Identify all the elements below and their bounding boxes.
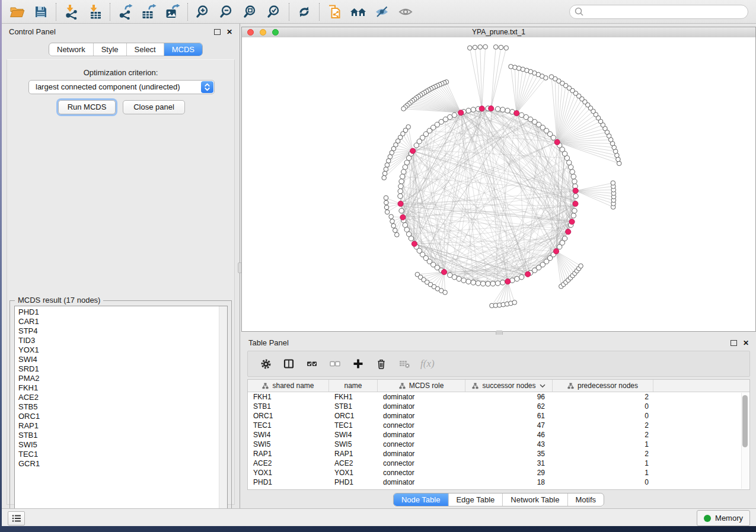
satellite-node[interactable] — [384, 205, 389, 210]
satellite-node[interactable] — [443, 290, 448, 295]
satellite-node[interactable] — [499, 45, 503, 50]
export-image-icon[interactable] — [161, 2, 184, 22]
tab-network-table[interactable]: Network Table — [502, 493, 567, 506]
duplicate-network-icon[interactable] — [323, 2, 346, 22]
mcds-result-item[interactable]: CAR1 — [15, 317, 227, 326]
delete-columns-trash-icon[interactable] — [374, 357, 388, 371]
dominator-node[interactable] — [573, 201, 578, 206]
window-close-traffic-light[interactable] — [247, 29, 254, 36]
dominator-node[interactable] — [489, 105, 494, 111]
satellite-node[interactable] — [394, 232, 399, 237]
dominator-node[interactable] — [569, 219, 575, 225]
network-node[interactable] — [570, 169, 575, 174]
network-node[interactable] — [505, 108, 510, 113]
satellite-node[interactable] — [385, 163, 390, 168]
table-row[interactable]: STB1STB1dominator620 — [248, 402, 749, 411]
satellite-node[interactable] — [389, 214, 394, 219]
result-list-scrollbar[interactable] — [219, 306, 227, 517]
close-panel-icon[interactable]: ✕ — [743, 339, 749, 347]
satellite-node[interactable] — [509, 65, 513, 69]
network-node[interactable] — [562, 236, 567, 241]
mcds-result-item[interactable]: YOX1 — [15, 345, 227, 355]
network-node[interactable] — [398, 184, 403, 188]
deselect-all-rows-icon[interactable] — [328, 357, 342, 371]
satellite-node[interactable] — [391, 223, 396, 228]
criterion-dropdown[interactable]: largest connected component (undirected) — [28, 80, 215, 94]
satellite-node[interactable] — [384, 167, 388, 172]
satellite-node[interactable] — [549, 75, 554, 79]
dominator-node[interactable] — [458, 110, 464, 116]
table-row[interactable]: SWI4SWI4dominator462 — [248, 430, 749, 440]
window-minimize-traffic-light[interactable] — [260, 29, 266, 36]
mcds-result-item[interactable]: TID3 — [15, 336, 227, 345]
network-node[interactable] — [572, 209, 577, 213]
tab-motifs[interactable]: Motifs — [567, 493, 604, 506]
network-node[interactable] — [572, 179, 577, 184]
float-panel-icon[interactable] — [731, 340, 737, 346]
tab-select[interactable]: Select — [126, 43, 164, 56]
network-node[interactable] — [399, 179, 404, 184]
network-node[interactable] — [400, 174, 405, 179]
network-node[interactable] — [573, 194, 578, 198]
satellite-node[interactable] — [401, 107, 406, 111]
satellite-node[interactable] — [483, 44, 488, 49]
column-header-predecessor-nodes[interactable]: predecessor nodes — [553, 380, 653, 392]
hide-panels-eye-icon[interactable] — [370, 2, 394, 22]
satellite-node[interactable] — [493, 45, 498, 50]
table-row[interactable]: ORC1ORC1dominator610 — [248, 411, 749, 421]
satellite-node[interactable] — [473, 45, 477, 50]
mcds-result-item[interactable]: SWI5 — [15, 440, 227, 450]
network-node[interactable] — [457, 276, 461, 281]
zoom-in-icon[interactable] — [191, 2, 215, 22]
network-node[interactable] — [500, 107, 505, 112]
network-node[interactable] — [571, 213, 576, 218]
satellite-node[interactable] — [512, 300, 517, 305]
network-node[interactable] — [466, 108, 471, 113]
network-node[interactable] — [476, 281, 480, 286]
mcds-result-item[interactable]: STB5 — [15, 402, 227, 412]
satellite-node[interactable] — [513, 65, 518, 70]
close-panel-button[interactable]: Close panel — [123, 100, 185, 114]
satellite-node[interactable] — [467, 46, 472, 50]
satellite-node[interactable] — [382, 171, 387, 176]
import-table-icon[interactable] — [83, 2, 107, 22]
network-node[interactable] — [466, 279, 471, 284]
network-node[interactable] — [471, 107, 476, 112]
mcds-result-item[interactable]: GCR1 — [15, 459, 227, 469]
table-settings-gear-icon[interactable] — [259, 357, 273, 371]
import-network-icon[interactable] — [59, 2, 83, 22]
mcds-result-item[interactable]: ACE2 — [15, 393, 227, 402]
dominator-node[interactable] — [505, 279, 511, 284]
satellite-node[interactable] — [390, 219, 395, 224]
mcds-result-item[interactable]: FKH1 — [15, 383, 227, 393]
network-node[interactable] — [414, 143, 419, 148]
dominator-node[interactable] — [554, 139, 560, 145]
zoom-out-icon[interactable] — [215, 2, 238, 22]
dominator-node[interactable] — [400, 214, 406, 220]
tab-mcds[interactable]: MCDS — [164, 43, 202, 56]
dominator-node[interactable] — [410, 148, 416, 153]
memory-button[interactable]: Memory — [697, 510, 750, 526]
window-maximize-traffic-light[interactable] — [272, 29, 279, 36]
mcds-result-item[interactable]: SWI4 — [15, 355, 227, 364]
table-row[interactable]: RAP1RAP1dominator352 — [248, 449, 749, 459]
search-field[interactable] — [569, 5, 748, 19]
table-row[interactable]: ACE2ACE2connector311 — [248, 459, 749, 468]
zoom-fit-icon[interactable] — [238, 2, 262, 22]
network-node[interactable] — [490, 281, 495, 286]
satellite-node[interactable] — [393, 228, 398, 233]
mcds-result-list[interactable]: PHD1CAR1STP4TID3YOX1SWI4SRD1PMA2FKH1ACE2… — [14, 306, 228, 518]
table-row[interactable]: FKH1FKH1dominator962 — [248, 392, 749, 402]
satellite-node[interactable] — [385, 210, 390, 214]
network-node[interactable] — [519, 113, 524, 117]
mcds-result-item[interactable]: ORC1 — [15, 412, 227, 421]
export-table-icon[interactable] — [137, 2, 161, 22]
network-node[interactable] — [568, 165, 573, 169]
network-node[interactable] — [461, 278, 466, 283]
mcds-result-item[interactable]: RAP1 — [15, 421, 227, 431]
column-header-name[interactable]: name — [329, 380, 378, 392]
satellite-node[interactable] — [386, 159, 391, 164]
network-node[interactable] — [500, 280, 505, 285]
network-node[interactable] — [481, 281, 486, 286]
tab-style[interactable]: Style — [93, 43, 126, 56]
